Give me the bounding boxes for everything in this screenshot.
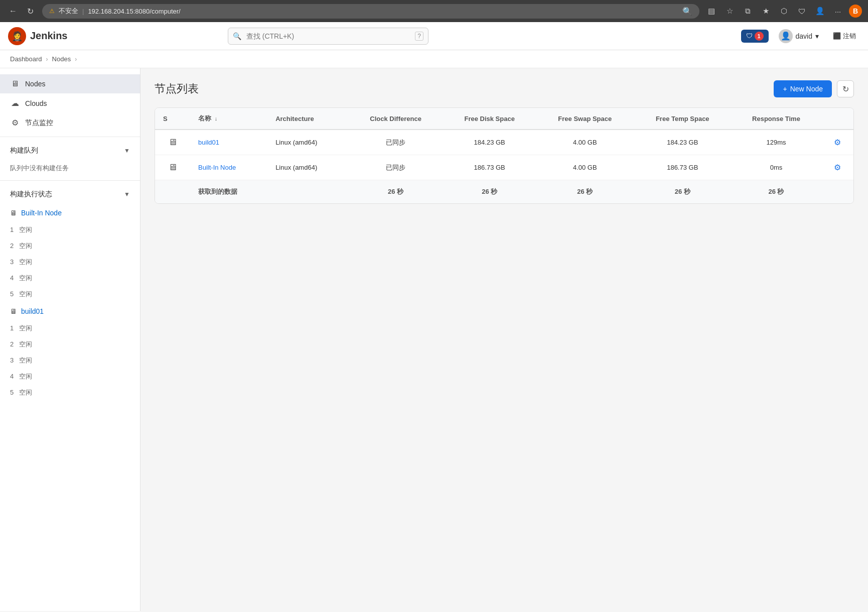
build01-executor-2: 2 空闲 <box>0 336 140 352</box>
address-separator: | <box>82 8 84 15</box>
col-header-clock-difference: Clock Difference <box>348 108 443 130</box>
row1-architecture: Linux (amd64) <box>267 130 348 155</box>
build01-executor-1: 1 空闲 <box>0 320 140 336</box>
split-view-button[interactable]: ⧉ <box>741 4 755 18</box>
nodes-table: S 名称 ↓ Architecture Clock Difference Fre… <box>155 107 854 204</box>
user-dropdown-icon: ▾ <box>815 32 819 40</box>
row2-free-swap: 4.00 GB <box>536 155 634 180</box>
footer-empty-s <box>155 180 190 204</box>
built-in-node-link[interactable]: Built-In Node <box>21 209 62 217</box>
sidebar-clouds-label: Clouds <box>25 99 47 107</box>
sidebar-item-nodes[interactable]: 🖥 Nodes <box>0 74 140 93</box>
brave-logo: B <box>849 5 862 18</box>
search-icon: 🔍 <box>233 32 241 40</box>
user-menu[interactable]: 👤 david ▾ <box>775 27 823 45</box>
wallet-button[interactable]: ⬡ <box>777 4 791 18</box>
reload-button[interactable]: ↻ <box>23 4 37 18</box>
logout-icon: ⬛ <box>833 32 841 40</box>
row1-settings[interactable]: ⚙ <box>821 130 853 155</box>
build-queue-collapse-icon: ▼ <box>124 147 130 154</box>
table-footer-row: 获取到的数据 26 秒 26 秒 26 秒 26 秒 26 秒 <box>155 180 853 204</box>
jenkins-search-bar[interactable]: 🔍 ? <box>228 28 428 45</box>
row2-clock-diff: 已同步 <box>348 155 443 180</box>
main-content: 节点列表 + New Node ↻ S 名称 ↓ <box>140 68 868 611</box>
address-bar[interactable]: ⚠ 不安全 | 192.168.204.15:8080/computer/ 🔍 <box>42 4 699 19</box>
settings-icon-row2[interactable]: ⚙ <box>834 163 841 172</box>
breadcrumb: Dashboard › Nodes › <box>0 50 868 68</box>
sidebar-item-node-monitor[interactable]: ⚙ 节点监控 <box>0 113 140 133</box>
row1-name: build01 <box>190 130 267 155</box>
built-in-executor-1: 1 空闲 <box>0 222 140 238</box>
browser-nav-buttons: ← ↻ <box>6 4 37 18</box>
row2-settings[interactable]: ⚙ <box>821 155 853 180</box>
row1-name-link[interactable]: build01 <box>198 139 219 146</box>
footer-empty-arch <box>267 180 348 204</box>
security-shield-badge[interactable]: 🛡 1 <box>741 30 769 43</box>
row1-clock-diff: 已同步 <box>348 130 443 155</box>
col-header-free-disk-space: Free Disk Space <box>443 108 536 130</box>
build01-link[interactable]: build01 <box>21 307 44 315</box>
computer-icon-row1: 🖥 <box>168 137 177 147</box>
security-warning-text: 不安全 <box>59 7 78 16</box>
refresh-icon: ↻ <box>842 84 849 94</box>
profile-button[interactable]: 👤 <box>813 4 827 18</box>
page-title: 节点列表 <box>155 81 199 96</box>
gear-icon: ⚙ <box>10 118 20 128</box>
build01-header: 🖥 build01 <box>0 302 140 320</box>
content-header: 节点列表 + New Node ↻ <box>155 80 854 97</box>
row2-free-temp: 186.73 GB <box>634 155 731 180</box>
browser-chrome: ← ↻ ⚠ 不安全 | 192.168.204.15:8080/computer… <box>0 0 868 22</box>
settings-icon-row1[interactable]: ⚙ <box>834 138 841 147</box>
security-badge-count: 1 <box>755 32 764 41</box>
col-header-name[interactable]: 名称 ↓ <box>190 108 267 130</box>
search-help-icon[interactable]: ? <box>415 32 423 41</box>
user-avatar: 👤 <box>779 29 793 43</box>
back-button[interactable]: ← <box>6 4 20 18</box>
logout-button[interactable]: ⬛ 注销 <box>829 30 860 43</box>
col-header-response-time: Response Time <box>731 108 821 130</box>
build-queue-header[interactable]: 构建队列 ▼ <box>0 141 140 160</box>
row2-name-link[interactable]: Built-In Node <box>198 164 236 171</box>
new-node-button[interactable]: + New Node <box>774 80 832 97</box>
table-body: 🖥 build01 Linux (amd64) 已同步 184.23 GB 4.… <box>155 130 853 203</box>
breadcrumb-nodes[interactable]: Nodes <box>52 55 71 63</box>
search-magnifier-icon: 🔍 <box>682 7 692 16</box>
footer-free-temp: 26 秒 <box>634 180 731 204</box>
reader-view-button[interactable]: ▤ <box>704 4 718 18</box>
row1-response-time: 129ms <box>731 130 821 155</box>
breadcrumb-dashboard[interactable]: Dashboard <box>10 55 42 63</box>
built-in-executor-2: 2 空闲 <box>0 238 140 254</box>
shields-button[interactable]: 🛡 <box>795 4 809 18</box>
refresh-button[interactable]: ↻ <box>837 80 854 97</box>
build-queue-empty-msg: 队列中没有构建任务 <box>0 160 140 176</box>
row1-status-icon: 🖥 <box>155 130 190 155</box>
footer-empty-actions <box>821 180 853 204</box>
search-input[interactable] <box>228 28 428 45</box>
row2-architecture: Linux (amd64) <box>267 155 348 180</box>
footer-clock-diff: 26 秒 <box>348 180 443 204</box>
sidebar-nodes-label: Nodes <box>25 80 45 88</box>
col-header-free-swap-space: Free Swap Space <box>536 108 634 130</box>
browser-action-icons: ▤ ☆ ⧉ ★ ⬡ 🛡 👤 ··· B <box>704 4 862 18</box>
header-right-actions: 🛡 1 👤 david ▾ ⬛ 注销 <box>741 27 860 45</box>
built-in-executor-3: 3 空闲 <box>0 254 140 270</box>
table-row: 🖥 Built-In Node Linux (amd64) 已同步 186.73… <box>155 155 853 180</box>
footer-response-time: 26 秒 <box>731 180 821 204</box>
jenkins-logo[interactable]: 🤵 Jenkins <box>8 27 67 45</box>
shield-icon: 🛡 <box>746 32 753 40</box>
build-executor-label: 构建执行状态 <box>10 190 52 199</box>
row1-free-swap: 4.00 GB <box>536 130 634 155</box>
more-button[interactable]: ··· <box>831 4 845 18</box>
build-executor-header[interactable]: 构建执行状态 ▼ <box>0 185 140 204</box>
sidebar-item-clouds[interactable]: ☁ Clouds <box>0 93 140 113</box>
monitor-icon: 🖥 <box>10 79 20 88</box>
sidebar-monitor-label: 节点监控 <box>25 118 53 128</box>
bookmarks-button[interactable]: ★ <box>759 4 773 18</box>
sort-indicator: ↓ <box>215 115 218 121</box>
star-button[interactable]: ☆ <box>722 4 737 18</box>
new-node-label: New Node <box>790 85 823 93</box>
breadcrumb-sep-2: › <box>75 56 77 63</box>
built-in-node-header: 🖥 Built-In Node <box>0 204 140 222</box>
build01-executor-4: 4 空闲 <box>0 369 140 385</box>
logout-label: 注销 <box>843 32 856 41</box>
